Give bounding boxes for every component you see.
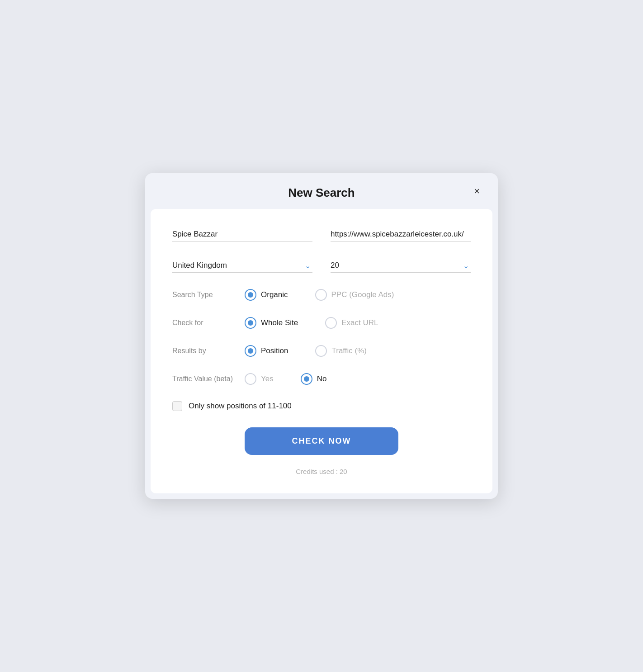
results-count-select-wrapper: 10 20 50 100 ⌄ [331, 258, 471, 273]
results-by-traffic-option[interactable]: Traffic (%) [315, 345, 366, 357]
check-for-whole-site-radio[interactable] [245, 317, 256, 329]
check-for-radio-group: Whole Site Exact URL [245, 317, 471, 329]
positions-checkbox-row: Only show positions of 11-100 [172, 401, 471, 411]
form-row-name-url [172, 227, 471, 242]
search-type-ppc-radio[interactable] [315, 289, 327, 301]
check-for-exact-url-radio[interactable] [325, 317, 337, 329]
traffic-value-no-radio[interactable] [301, 373, 312, 385]
search-type-row: Search Type Organic PPC (Google Ads) [172, 289, 471, 301]
search-type-ppc-option[interactable]: PPC (Google Ads) [315, 289, 394, 301]
check-for-whole-site-label: Whole Site [261, 318, 298, 327]
results-by-label: Results by [172, 347, 245, 355]
results-by-position-label: Position [261, 346, 288, 355]
business-name-field [172, 227, 312, 242]
close-button[interactable]: × [472, 185, 482, 198]
check-for-row: Check for Whole Site Exact URL [172, 317, 471, 329]
modal: New Search × United Kingdom United State… [145, 173, 498, 499]
search-type-label: Search Type [172, 291, 245, 299]
results-count-select[interactable]: 10 20 50 100 [331, 258, 471, 273]
check-for-exact-url-option[interactable]: Exact URL [325, 317, 378, 329]
modal-body: United Kingdom United States Canada Aust… [151, 209, 492, 493]
search-type-organic-radio[interactable] [245, 289, 256, 301]
check-for-label: Check for [172, 319, 245, 327]
traffic-value-label: Traffic Value (beta) [172, 375, 245, 383]
traffic-value-yes-radio[interactable] [245, 373, 256, 385]
results-count-field: 10 20 50 100 ⌄ [331, 258, 471, 273]
results-by-traffic-label: Traffic (%) [331, 346, 366, 355]
traffic-value-row: Traffic Value (beta) Yes No [172, 373, 471, 385]
results-by-position-option[interactable]: Position [245, 345, 288, 357]
form-row-country-results: United Kingdom United States Canada Aust… [172, 258, 471, 273]
modal-title: New Search [288, 186, 355, 200]
traffic-value-no-option[interactable]: No [301, 373, 327, 385]
positions-checkbox-label: Only show positions of 11-100 [189, 402, 292, 411]
url-field [331, 227, 471, 242]
results-by-row: Results by Position Traffic (%) [172, 345, 471, 357]
check-for-whole-site-option[interactable]: Whole Site [245, 317, 298, 329]
traffic-value-yes-label: Yes [261, 374, 274, 383]
check-now-button[interactable]: CHECK NOW [245, 427, 398, 455]
results-by-radio-group: Position Traffic (%) [245, 345, 471, 357]
modal-header: New Search × [145, 173, 498, 209]
results-by-traffic-radio[interactable] [315, 345, 327, 357]
positions-checkbox[interactable] [172, 401, 182, 411]
credits-text: Credits used : 20 [172, 468, 471, 475]
results-by-position-radio[interactable] [245, 345, 256, 357]
traffic-value-no-label: No [317, 374, 327, 383]
check-for-exact-url-label: Exact URL [341, 318, 378, 327]
business-name-input[interactable] [172, 227, 312, 242]
country-select[interactable]: United Kingdom United States Canada Aust… [172, 258, 312, 273]
search-type-ppc-label: PPC (Google Ads) [331, 290, 394, 299]
traffic-value-yes-option[interactable]: Yes [245, 373, 274, 385]
country-select-wrapper: United Kingdom United States Canada Aust… [172, 258, 312, 273]
search-type-organic-label: Organic [261, 290, 288, 299]
country-field: United Kingdom United States Canada Aust… [172, 258, 312, 273]
traffic-value-radio-group: Yes No [245, 373, 471, 385]
search-type-organic-option[interactable]: Organic [245, 289, 288, 301]
search-type-radio-group: Organic PPC (Google Ads) [245, 289, 471, 301]
close-icon: × [474, 185, 480, 197]
url-input[interactable] [331, 227, 471, 242]
